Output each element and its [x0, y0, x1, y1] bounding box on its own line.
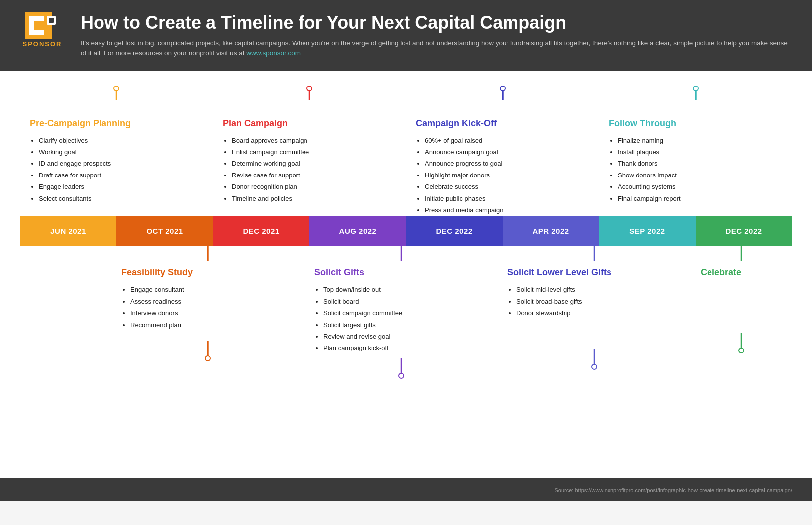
solicit-lower-items: Solicit mid-level gifts Solicit broad-ba…	[503, 284, 686, 319]
list-item: Initiate public phases	[425, 193, 594, 204]
footer: Source: https://www.nonprofitpro.com/pos…	[0, 478, 812, 501]
top-sections-row: Pre-Campaign Planning Clarify objectives…	[20, 86, 792, 216]
page-title: How to Create a Timeline for Your Next C…	[81, 12, 792, 33]
list-item: Install plaques	[618, 146, 787, 158]
plan-campaign-title: Plan Campaign	[218, 118, 401, 129]
list-item: Determine working goal	[232, 158, 401, 169]
kickoff-title: Campaign Kick-Off	[411, 118, 594, 129]
footer-source: Source: https://www.nonprofitpro.com/pos…	[555, 487, 793, 493]
list-item: Donor recognition plan	[232, 181, 401, 192]
date-sep2022: SEP 2022	[599, 216, 696, 246]
pre-campaign-title: Pre-Campaign Planning	[25, 118, 208, 129]
plan-campaign-section: Plan Campaign Board approves campaign En…	[213, 86, 406, 216]
kickoff-items: 60%+ of goal raised Announce campaign go…	[411, 135, 594, 216]
list-item: Final campaign report	[618, 193, 787, 204]
list-item: Review and revise goal	[323, 331, 493, 342]
list-item: Finalize naming	[618, 135, 787, 146]
list-item: Assess readiness	[130, 296, 300, 307]
list-item: Board approves campaign	[232, 135, 401, 146]
list-item: Timeline and policies	[232, 193, 401, 204]
list-item: Solicit campaign committee	[323, 307, 493, 319]
list-item: Press and media campaign	[425, 204, 594, 216]
svg-rect-3	[29, 30, 44, 35]
list-item: Solicit largest gifts	[323, 319, 493, 331]
list-item: Recommend plan	[130, 319, 300, 331]
list-item: Thank donors	[618, 158, 787, 169]
date-aug2022: AUG 2022	[309, 216, 406, 246]
list-item: Show donors impact	[618, 170, 787, 181]
plan-campaign-items: Board approves campaign Enlist campaign …	[218, 135, 401, 204]
feasibility-section: Feasibility Study Engage consultant Asse…	[111, 246, 304, 358]
list-item: Solicit board	[323, 296, 493, 307]
header-subtitle: It's easy to get lost in big, complicate…	[81, 38, 792, 59]
list-item: Interview donors	[130, 307, 300, 319]
list-item: Solicit mid-level gifts	[516, 284, 686, 295]
list-item: Engage consultant	[130, 284, 300, 295]
list-item: Plan campaign kick-off	[323, 342, 493, 353]
list-item: Working goal	[39, 146, 208, 158]
date-dec2021: DEC 2021	[213, 216, 309, 246]
follow-through-items: Finalize naming Install plaques Thank do…	[604, 135, 787, 204]
follow-through-title: Follow Through	[604, 118, 787, 129]
list-item: Announce progress to goal	[425, 158, 594, 169]
list-item: Accounting systems	[618, 181, 787, 192]
header-content: How to Create a Timeline for Your Next C…	[81, 12, 792, 59]
follow-through-section: Follow Through Finalize naming Install p…	[599, 86, 792, 216]
list-item: Engage leaders	[39, 181, 208, 192]
date-apr2022: APR 2022	[503, 216, 599, 246]
solicit-gifts-section: Solicit Gifts Top down/inside out Solici…	[304, 246, 498, 375]
solicit-lower-section: Solicit Lower Level Gifts Solicit mid-le…	[498, 246, 691, 366]
timeline-bar: JUN 2021 OCT 2021 DEC 2021 AUG 2022 DEC …	[20, 216, 792, 246]
list-item: ID and engage prospects	[39, 158, 208, 169]
list-item: Top down/inside out	[323, 284, 493, 295]
solicit-gifts-title: Solicit Gifts	[309, 267, 493, 278]
list-item: Donor stewardship	[516, 307, 686, 319]
header: SPONSOR How to Create a Timeline for You…	[0, 0, 812, 71]
pre-campaign-section: Pre-Campaign Planning Clarify objectives…	[20, 86, 213, 216]
date-dec2022-1: DEC 2022	[406, 216, 503, 246]
solicit-gifts-items: Top down/inside out Solicit board Solici…	[309, 284, 493, 353]
logo-icon	[25, 12, 60, 39]
sponsor-link[interactable]: www.sponsor.com	[246, 49, 301, 57]
list-item: Select consultants	[39, 193, 208, 204]
kickoff-section: Campaign Kick-Off 60%+ of goal raised An…	[406, 86, 599, 216]
feasibility-title: Feasibility Study	[116, 267, 300, 278]
logo-container: SPONSOR	[20, 12, 65, 48]
celebrate-section: Celebrate	[691, 246, 792, 355]
list-item: Announce campaign goal	[425, 146, 594, 158]
solicit-lower-title: Solicit Lower Level Gifts	[503, 267, 686, 278]
list-item: Revise case for support	[232, 170, 401, 181]
list-item: Draft case for support	[39, 170, 208, 181]
celebrate-title: Celebrate	[696, 267, 787, 278]
date-oct2021: OCT 2021	[116, 216, 213, 246]
list-item: Enlist campaign committee	[232, 146, 401, 158]
date-dec2022-2: DEC 2022	[696, 216, 792, 246]
subtitle-text: It's easy to get lost in big, complicate…	[81, 39, 788, 57]
bottom-sections-row: Feasibility Study Engage consultant Asse…	[20, 246, 792, 375]
list-item: Solicit broad-base gifts	[516, 296, 686, 307]
list-item: Celebrate success	[425, 181, 594, 192]
main-content: Pre-Campaign Planning Clarify objectives…	[0, 71, 812, 478]
svg-rect-5	[49, 18, 54, 23]
date-jun2021: JUN 2021	[20, 216, 116, 246]
timeline-container: Pre-Campaign Planning Clarify objectives…	[20, 86, 792, 376]
list-item: Highlight major donors	[425, 170, 594, 181]
list-item: Clarify objectives	[39, 135, 208, 146]
feasibility-items: Engage consultant Assess readiness Inter…	[116, 284, 300, 331]
list-item: 60%+ of goal raised	[425, 135, 594, 146]
pre-campaign-items: Clarify objectives Working goal ID and e…	[25, 135, 208, 204]
logo-text: SPONSOR	[22, 40, 62, 48]
